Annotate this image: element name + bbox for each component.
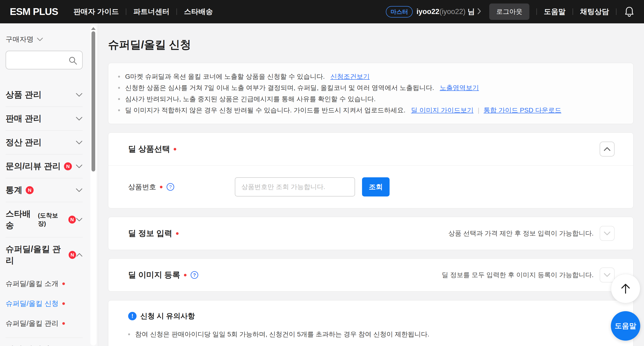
logout-button[interactable]: 로그아웃 bbox=[489, 4, 530, 20]
caution-title-text: 신청 시 유의사항 bbox=[140, 311, 195, 321]
menu-label: 상품 관리 bbox=[6, 89, 42, 101]
nav-star-delivery[interactable]: 스타배송 bbox=[184, 7, 213, 17]
top-notice-box: G마켓 슈퍼딜과 옥션 올킬 코너에 노출할 상품을 신청할 수 있습니다. 신… bbox=[108, 63, 634, 124]
menu-label-sub: (도착보장) bbox=[38, 211, 65, 228]
chevron-down-icon bbox=[604, 273, 611, 277]
chat-support-link[interactable]: 채팅상담 bbox=[580, 7, 609, 17]
section-header: 딜 이미지 등록 ? 딜 정보를 모두 입력한 후 이미지 등록이 가능합니다. bbox=[108, 259, 633, 291]
required-dot bbox=[176, 232, 178, 235]
scroll-to-top-button[interactable] bbox=[611, 274, 640, 303]
chevron-down-icon bbox=[604, 231, 611, 236]
caution-section: ! 신청 시 유의사항 참여 신청은 판매아이디당 일일 5회 가능하며, 신청… bbox=[108, 300, 634, 346]
user-sub-id: (iyoo22) bbox=[439, 8, 466, 16]
sidebar-item-sales-mgmt[interactable]: 판매 관리 bbox=[6, 107, 83, 130]
menu-label: 혜택/마케팅 관리 bbox=[6, 344, 60, 346]
bullet-dot bbox=[118, 76, 120, 78]
required-dot bbox=[184, 274, 186, 276]
menu-label: 슈퍼딜/올킬 관리 bbox=[6, 243, 65, 266]
section-title: 딜 정보 입력 bbox=[128, 228, 178, 239]
search-icon[interactable] bbox=[68, 56, 78, 66]
chevron-down-icon bbox=[76, 93, 83, 97]
user-name[interactable]: iyoo22(iyoo22) 님 bbox=[416, 7, 475, 17]
new-badge: N bbox=[26, 186, 34, 194]
chevron-down-icon bbox=[76, 188, 83, 192]
chevron-down-icon bbox=[76, 217, 83, 222]
superdeal-submenu: 슈퍼딜/올킬 소개 슈퍼딜/올킬 신청 슈퍼딜/올킬 관리 bbox=[6, 272, 83, 337]
section-title: 딜 상품선택 bbox=[128, 144, 176, 154]
product-number-input[interactable] bbox=[235, 177, 355, 196]
notice-text: 신청한 상품은 심사를 거쳐 7일 이내 노출 여부가 결정되며, 슈퍼딜, 올… bbox=[125, 82, 434, 94]
sidebar-item-statistics[interactable]: 통계 N bbox=[6, 178, 83, 202]
chevron-up-icon bbox=[76, 253, 83, 257]
submenu-label: 슈퍼딜/올킬 관리 bbox=[6, 319, 58, 328]
notice-text: 심사가 반려되거나, 노출 중지된 상품은 긴급메시지를 통해 사유를 확인할 … bbox=[125, 94, 376, 105]
sidebar-item-superdeal-intro[interactable]: 슈퍼딜/올킬 소개 bbox=[6, 274, 83, 294]
lookup-button[interactable]: 조회 bbox=[362, 177, 390, 196]
red-dot-indicator bbox=[62, 322, 65, 325]
menu-label: 문의/리뷰 관리 bbox=[6, 161, 61, 172]
section-title-text: 딜 상품선택 bbox=[128, 144, 170, 154]
nav-divider bbox=[126, 9, 126, 15]
sidebar-scrollbar[interactable] bbox=[90, 25, 96, 345]
nav-seller-guide[interactable]: 판매자 가이드 bbox=[74, 7, 119, 17]
link-psd-download[interactable]: 통합 가이드 PSD 다운로드 bbox=[484, 105, 561, 116]
sidebar-item-inquiry-review-mgmt[interactable]: 문의/리뷰 관리 N bbox=[6, 154, 83, 178]
link-divider: | bbox=[478, 105, 479, 116]
floating-help-button[interactable]: 도움말 bbox=[611, 311, 640, 341]
expand-section-button-disabled[interactable] bbox=[600, 226, 614, 241]
menu-label: 판매 관리 bbox=[6, 113, 42, 124]
sidebar-item-star-delivery[interactable]: 스타배송 (도착보장) N bbox=[6, 202, 83, 237]
section-title: 딜 이미지 등록 ? bbox=[128, 270, 199, 280]
caution-title-row: ! 신청 시 유의사항 bbox=[128, 311, 614, 321]
menu-label: 통계 bbox=[6, 184, 22, 196]
page-title: 슈퍼딜/올킬 신청 bbox=[108, 37, 634, 52]
section-title-text: 딜 정보 입력 bbox=[128, 228, 172, 239]
caution-item: 참여 신청은 판매아이디당 일일 5회 가능하며, 신청건이 5개를 초과하는 … bbox=[128, 329, 614, 340]
link-apply-conditions[interactable]: 신청조건보기 bbox=[330, 71, 370, 82]
bullet-dot bbox=[128, 333, 130, 335]
header-divider bbox=[616, 9, 616, 15]
sidebar-menu: 상품 관리 판매 관리 정산 관리 문의/리뷰 관리 N 통계 bbox=[6, 83, 83, 346]
product-number-label: 상품번호 ? bbox=[128, 182, 235, 192]
buyer-name-filter[interactable]: 구매자명 bbox=[6, 35, 98, 44]
header-divider bbox=[572, 9, 573, 15]
chevron-right-icon[interactable] bbox=[477, 8, 481, 16]
notice-text: 딜 이미지가 적합하지 않은 경우 신청 반려될 수 있습니다. 가이드를 반드… bbox=[125, 105, 406, 116]
expand-section-button-disabled[interactable] bbox=[600, 267, 614, 282]
bullet-dot bbox=[118, 109, 120, 111]
bullet-dot bbox=[118, 87, 120, 89]
link-deal-image-guide[interactable]: 딜 이미지 가이드보기 bbox=[411, 105, 474, 116]
sidebar: 구매자명 상품 관리 판매 관리 정산 관리 bbox=[0, 23, 98, 346]
help-link[interactable]: 도움말 bbox=[544, 7, 566, 17]
notification-bell-icon[interactable] bbox=[624, 6, 634, 17]
sidebar-item-benefit-marketing-mgmt[interactable]: 혜택/마케팅 관리 Beta bbox=[6, 338, 83, 346]
section-hint: 딜 정보를 모두 입력한 후 이미지 등록이 가능합니다. bbox=[442, 270, 594, 279]
red-dot-indicator bbox=[62, 282, 65, 285]
section-deal-info: 딜 정보 입력 상품 선택과 가격 제안 후 정보 입력이 가능합니다. bbox=[108, 217, 634, 250]
exclamation-icon: ! bbox=[128, 312, 136, 320]
scrollbar-thumb[interactable] bbox=[92, 31, 95, 171]
buyer-name-filter-label: 구매자명 bbox=[6, 35, 34, 44]
caution-item: 참여 신청은 영업일 기준 전시시작일 1~2일 전 오전 10시까지 가능하나… bbox=[128, 344, 614, 346]
notice-line: 심사가 반려되거나, 노출 중지된 상품은 긴급메시지를 통해 사유를 확인할 … bbox=[118, 94, 624, 105]
sidebar-item-superdeal-allkill-mgmt[interactable]: 슈퍼딜/올킬 관리 N bbox=[6, 237, 83, 272]
scrollbar-up-arrow[interactable] bbox=[91, 27, 96, 30]
submenu-label: 슈퍼딜/올킬 신청 bbox=[6, 299, 58, 308]
notice-line: 딜 이미지가 적합하지 않은 경우 신청 반려될 수 있습니다. 가이드를 반드… bbox=[118, 105, 624, 116]
menu-label: 스타배송 bbox=[6, 208, 38, 231]
help-question-icon[interactable]: ? bbox=[190, 271, 199, 279]
sidebar-item-superdeal-manage[interactable]: 슈퍼딜/올킬 관리 bbox=[6, 313, 83, 333]
nav-partner-center[interactable]: 파트너센터 bbox=[133, 7, 170, 17]
sidebar-item-product-mgmt[interactable]: 상품 관리 bbox=[6, 83, 83, 107]
chevron-down-icon bbox=[76, 140, 83, 145]
new-badge: N bbox=[68, 216, 76, 224]
sidebar-item-settlement-mgmt[interactable]: 정산 관리 bbox=[6, 131, 83, 154]
esm-plus-logo[interactable]: ESM PLUS bbox=[10, 6, 58, 17]
section-header: 딜 상품선택 bbox=[108, 133, 633, 165]
help-question-icon[interactable]: ? bbox=[166, 183, 174, 191]
submenu-label: 슈퍼딜/올킬 소개 bbox=[6, 279, 58, 288]
collapse-section-button[interactable] bbox=[600, 142, 614, 157]
link-exposure-areas[interactable]: 노출영역보기 bbox=[440, 82, 479, 94]
sidebar-item-superdeal-apply[interactable]: 슈퍼딜/올킬 신청 bbox=[6, 294, 83, 313]
chevron-up-icon bbox=[604, 147, 611, 151]
